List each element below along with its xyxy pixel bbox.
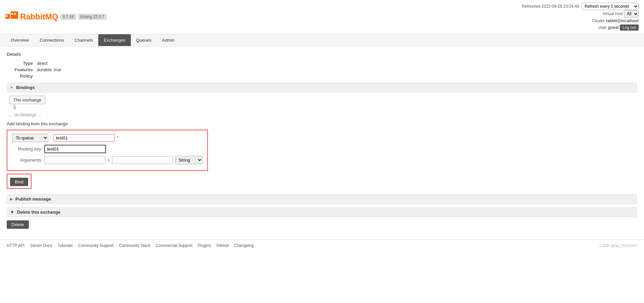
- bindings-content: This exchange ⇓ ... no bindings ...: [7, 96, 637, 117]
- erlang-badge: Erlang 22.0.7: [78, 14, 107, 20]
- bindings-section-label: Bindings: [16, 85, 35, 90]
- delete-button[interactable]: Delete: [7, 220, 29, 229]
- main-content: Details Type direct Features durable: tr…: [0, 46, 644, 240]
- logout-button[interactable]: Log out: [620, 25, 639, 31]
- bind-button[interactable]: Bind: [10, 178, 28, 186]
- arguments-row: Arguments: = String Number Boolean: [12, 156, 203, 164]
- policy-label: Policy: [9, 74, 33, 79]
- footer-link-server-docs[interactable]: Server Docs: [30, 243, 52, 248]
- features-label: Features: [9, 67, 33, 72]
- footer-link-commercial-support[interactable]: Commercial Support: [156, 243, 192, 248]
- vhost-select[interactable]: All: [624, 10, 639, 17]
- logo-area: RabbitMQ 3.7.18 Erlang 22.0.7: [5, 11, 107, 22]
- refresh-info: Refreshed 2022-09-28 23:04:49 Refresh ev…: [522, 3, 639, 10]
- routing-key-input[interactable]: [44, 145, 106, 153]
- policy-row: Policy: [9, 74, 637, 79]
- user-row: User guest Log out: [522, 24, 639, 31]
- cluster-row: Cluster rabbit@localhost: [522, 17, 639, 24]
- to-queue-select[interactable]: To queue To exchange: [12, 134, 48, 142]
- nav-admin[interactable]: Admin: [157, 34, 180, 46]
- footer-link-http-api[interactable]: HTTP API: [7, 243, 24, 248]
- vhost-label: Virtual host: [603, 11, 623, 16]
- footer-link-github[interactable]: GitHub: [216, 243, 229, 248]
- binding-form-outer-box: To queue To exchange : * Routing key: Ar…: [7, 130, 208, 171]
- required-asterisk: *: [117, 135, 118, 140]
- user-label: User: [598, 25, 607, 30]
- svg-rect-4: [6, 15, 8, 17]
- footer-link-community-support[interactable]: Community Support: [78, 243, 114, 248]
- bindings-header[interactable]: ▼ Bindings: [7, 83, 637, 92]
- version-badge: 3.7.18: [60, 14, 76, 20]
- down-arrow-icon: ⇓: [12, 104, 637, 110]
- footer-link-changelog[interactable]: Changelog: [234, 243, 254, 248]
- vhost-row: Virtual host All: [522, 10, 639, 17]
- type-label: Type: [9, 61, 33, 66]
- bind-button-box: Bind: [7, 174, 32, 189]
- nav-connections[interactable]: Connections: [34, 34, 69, 46]
- to-queue-row: To queue To exchange : *: [12, 134, 203, 142]
- top-right-info: Refreshed 2022-09-28 23:04:49 Refresh ev…: [522, 3, 639, 31]
- bindings-collapse-arrow: ▼: [10, 86, 13, 89]
- nav-exchanges[interactable]: Exchanges: [98, 34, 130, 46]
- footer-link-tutorials[interactable]: Tutorials: [57, 243, 73, 248]
- rabbitmq-logo-icon: [5, 11, 18, 22]
- arg-value-input[interactable]: [112, 156, 173, 164]
- refreshed-timestamp: Refreshed 2022-09-28 23:04:49: [522, 3, 579, 10]
- nav-bar: Overview Connections Channels Exchanges …: [0, 34, 644, 46]
- features-row: Features durable: true: [9, 67, 637, 72]
- svg-rect-1: [11, 11, 18, 19]
- colon-separator: :: [50, 135, 52, 140]
- features-value: durable: true: [37, 67, 61, 72]
- arg-equals-sign: =: [107, 158, 110, 163]
- footer-note: CSDN @qq_25243147: [599, 244, 637, 248]
- details-table: Type direct Features durable: true Polic…: [9, 61, 637, 79]
- footer-link-community-slack[interactable]: Community Slack: [119, 243, 150, 248]
- queue-name-input[interactable]: [54, 134, 115, 142]
- type-row: Type direct: [9, 61, 637, 66]
- nav-channels[interactable]: Channels: [69, 34, 98, 46]
- delete-section-label: Delete this exchange: [17, 210, 60, 215]
- arguments-label: Arguments:: [12, 158, 42, 163]
- user-value: guest: [608, 25, 619, 30]
- footer: HTTP API Server Docs Tutorials Community…: [0, 240, 644, 251]
- arg-type-select[interactable]: String Number Boolean: [175, 156, 203, 164]
- delete-collapse-arrow: ▼: [10, 210, 14, 215]
- cluster-label: Cluster: [592, 18, 605, 23]
- delete-exchange-header[interactable]: ▼ Delete this exchange: [7, 207, 637, 217]
- header: RabbitMQ 3.7.18 Erlang 22.0.7 Refreshed …: [0, 0, 644, 34]
- details-section-title: Details: [7, 50, 637, 58]
- refresh-select[interactable]: Refresh every 5 seconds Refresh every 10…: [582, 3, 639, 10]
- footer-link-plugins[interactable]: Plugins: [198, 243, 211, 248]
- arg-key-input[interactable]: [44, 156, 105, 164]
- cluster-value: rabbit@localhost: [606, 18, 639, 23]
- svg-rect-2: [11, 13, 13, 15]
- no-bindings-text: ... no bindings ...: [9, 112, 637, 117]
- publish-section-label: Publish message: [15, 197, 51, 202]
- routing-key-row: Routing key:: [12, 145, 203, 153]
- publish-message-header[interactable]: ▶ Publish message: [7, 194, 637, 204]
- logo-text: RabbitMQ: [20, 12, 58, 21]
- add-binding-title: Add binding from this exchange: [7, 121, 637, 126]
- publish-collapse-arrow: ▶: [10, 197, 13, 201]
- routing-key-label: Routing key:: [12, 146, 42, 152]
- nav-overview[interactable]: Overview: [5, 34, 34, 46]
- type-value: direct: [37, 61, 48, 66]
- svg-rect-3: [14, 13, 16, 15]
- nav-queues[interactable]: Queues: [131, 34, 157, 46]
- this-exchange-btn[interactable]: This exchange: [9, 96, 45, 104]
